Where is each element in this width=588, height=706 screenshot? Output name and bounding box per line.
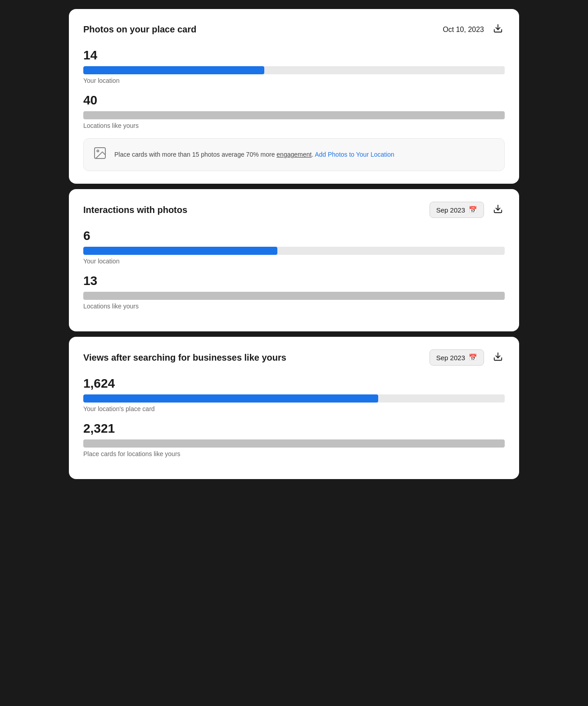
bar-fill-locations-like-yours-views (83, 439, 505, 448)
metric-value-your-location-views: 1,624 (83, 376, 505, 391)
metric-value-locations-like-yours-views: 2,321 (83, 421, 505, 436)
calendar-icon: 📅 (469, 353, 477, 362)
add-photos-link[interactable]: Add Photos to Your Location (315, 151, 394, 158)
metric-label-locations-like-yours-interactions: Locations like yours (83, 303, 505, 310)
bar-container-your-location-photos (83, 66, 505, 74)
info-box-photos-info: Place cards with more than 15 photos ave… (83, 138, 505, 171)
metric-value-your-location-interactions: 6 (83, 229, 505, 243)
metric-label-locations-like-yours-views: Place cards for locations like yours (83, 450, 505, 457)
date-text-interactions-with-photos: Sep 2023 (436, 206, 465, 214)
card-interactions-with-photos: Interactions with photosSep 2023📅6Your l… (69, 189, 519, 331)
bar-container-locations-like-yours-interactions (83, 292, 505, 300)
title-photos-on-place-card: Photos on your place card (83, 24, 196, 35)
date-text-views-after-searching: Sep 2023 (436, 354, 465, 362)
download-button-views-after-searching[interactable] (491, 350, 505, 366)
card-views-after-searching: Views after searching for businesses lik… (69, 337, 519, 479)
bar-fill-your-location-photos (83, 66, 264, 74)
header-views-after-searching: Views after searching for businesses lik… (83, 349, 505, 366)
bar-container-locations-like-yours-views (83, 439, 505, 448)
title-views-after-searching: Views after searching for businesses lik… (83, 353, 286, 363)
date-pill-interactions-with-photos[interactable]: Sep 2023📅 (430, 202, 484, 218)
bar-container-your-location-views (83, 394, 505, 403)
date-pill-views-after-searching[interactable]: Sep 2023📅 (430, 349, 484, 366)
metric-block-your-location-photos: 14Your location (83, 48, 505, 84)
metric-label-your-location-photos: Your location (83, 77, 505, 84)
bar-fill-locations-like-yours-interactions (83, 292, 505, 300)
bar-fill-locations-like-yours-photos (83, 111, 505, 119)
metric-label-your-location-views: Your location's place card (83, 405, 505, 412)
date-label-photos-on-place-card: Oct 10, 2023 (443, 26, 484, 34)
download-button-interactions-with-photos[interactable] (491, 202, 505, 218)
metric-block-your-location-interactions: 6Your location (83, 229, 505, 265)
photo-icon (93, 146, 107, 163)
download-button-photos-on-place-card[interactable] (491, 22, 505, 37)
metric-label-locations-like-yours-photos: Locations like yours (83, 122, 505, 129)
info-text: Place cards with more than 15 photos ave… (114, 150, 394, 159)
title-interactions-with-photos: Interactions with photos (83, 205, 187, 215)
bar-container-your-location-interactions (83, 247, 505, 255)
calendar-icon: 📅 (469, 206, 477, 214)
metric-block-your-location-views: 1,624Your location's place card (83, 376, 505, 412)
card-photos-on-place-card: Photos on your place cardOct 10, 202314Y… (69, 9, 519, 184)
header-right-views-after-searching: Sep 2023📅 (430, 349, 505, 366)
svg-point-2 (97, 150, 99, 152)
bar-container-locations-like-yours-photos (83, 111, 505, 119)
engagement-underline: engagement (276, 151, 312, 158)
metric-value-your-location-photos: 14 (83, 48, 505, 63)
metric-value-locations-like-yours-photos: 40 (83, 93, 505, 108)
metric-label-your-location-interactions: Your location (83, 258, 505, 265)
bar-fill-your-location-interactions (83, 247, 277, 255)
bar-fill-your-location-views (83, 394, 378, 403)
header-right-photos-on-place-card: Oct 10, 2023 (443, 22, 505, 37)
header-interactions-with-photos: Interactions with photosSep 2023📅 (83, 202, 505, 218)
metric-value-locations-like-yours-interactions: 13 (83, 274, 505, 288)
header-right-interactions-with-photos: Sep 2023📅 (430, 202, 505, 218)
metric-block-locations-like-yours-interactions: 13Locations like yours (83, 274, 505, 310)
metric-block-locations-like-yours-photos: 40Locations like yours (83, 93, 505, 129)
header-photos-on-place-card: Photos on your place cardOct 10, 2023 (83, 22, 505, 37)
metric-block-locations-like-yours-views: 2,321Place cards for locations like your… (83, 421, 505, 457)
